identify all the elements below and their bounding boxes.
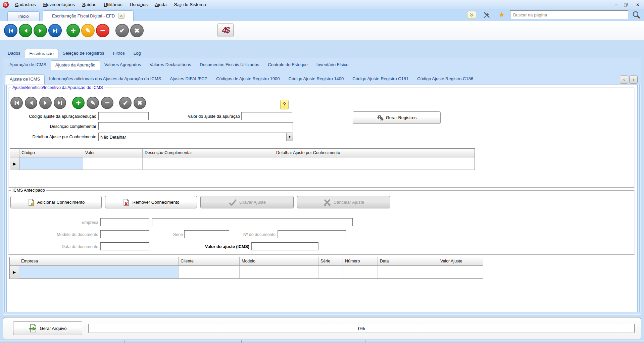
column-detalhar-ajuste[interactable]: Detalhar Ajuste por Conhecimento bbox=[274, 149, 475, 157]
ajustes-grid-row[interactable]: ▶ bbox=[10, 157, 475, 170]
cell-data[interactable] bbox=[378, 266, 438, 279]
dropdown-arrow-icon[interactable]: ▼ bbox=[286, 133, 293, 141]
doc-tab-efd[interactable]: Escrituração Fiscal Digital - EFD ✕ bbox=[43, 10, 134, 21]
menu-utilitarios[interactable]: Utilitários bbox=[100, 1, 126, 8]
column-cliente[interactable]: Cliente bbox=[179, 257, 240, 266]
tab-controle-do-estoque[interactable]: Controle do Estoque bbox=[263, 60, 312, 70]
menu-cadastros[interactable]: Cadastros bbox=[11, 1, 40, 8]
valor-ajuste-icms-input[interactable] bbox=[251, 242, 318, 250]
tab-valores-declaratorios[interactable]: Valores Declaratórios bbox=[145, 60, 195, 70]
menu-sair-do-sistema[interactable]: Sair do Sistema bbox=[170, 1, 209, 8]
column-valor[interactable]: Valor bbox=[83, 149, 143, 157]
menu-ajuda[interactable]: Ajuda bbox=[151, 1, 170, 8]
gb-first-record-button[interactable] bbox=[10, 97, 23, 109]
cancel-button[interactable]: ✖ bbox=[130, 24, 144, 37]
empresa-codigo-input[interactable] bbox=[100, 218, 149, 226]
edit-record-button[interactable]: ✎ bbox=[81, 24, 95, 37]
gb-next-record-button[interactable] bbox=[39, 97, 52, 109]
last-record-button[interactable] bbox=[48, 24, 62, 37]
menu-movimentacoes[interactable]: Movimentações bbox=[40, 1, 79, 8]
cell-cliente[interactable] bbox=[179, 266, 240, 279]
close-button[interactable]: × bbox=[635, 2, 641, 7]
favorite-star-icon[interactable]: ★ bbox=[497, 10, 506, 19]
detalhar-ajuste-select[interactable]: Não Detalhar ▼ bbox=[98, 133, 293, 141]
search-input[interactable] bbox=[510, 10, 628, 19]
cell-descricao[interactable] bbox=[143, 157, 274, 170]
column-serie[interactable]: Série bbox=[318, 257, 343, 266]
cell-detalhar[interactable] bbox=[274, 157, 475, 170]
column-codigo[interactable]: Código bbox=[19, 149, 83, 157]
gb-delete-button[interactable]: − bbox=[101, 97, 113, 109]
column-data[interactable]: Data bbox=[378, 257, 438, 266]
tab-log[interactable]: Log bbox=[129, 49, 145, 58]
cell-modelo[interactable] bbox=[240, 266, 318, 279]
cell-codigo[interactable] bbox=[19, 157, 83, 170]
tab-selecao-de-registros[interactable]: Seleção de Registros bbox=[58, 49, 109, 58]
remover-conhecimento-button[interactable]: Remover Conhecimento bbox=[105, 196, 197, 208]
delete-record-button[interactable]: − bbox=[96, 24, 109, 37]
gb-cancel-button[interactable]: ✖ bbox=[134, 97, 146, 109]
cell-empresa[interactable] bbox=[19, 266, 179, 279]
cell-valor-ajuste[interactable] bbox=[438, 266, 483, 279]
brand-button[interactable]: 4$ bbox=[217, 23, 234, 37]
numero-documento-input[interactable] bbox=[278, 230, 346, 238]
cell-serie[interactable] bbox=[318, 266, 343, 279]
tab-codigo-ajuste-c186[interactable]: Código Ajuste Registro C186 bbox=[413, 75, 478, 85]
tab-escrituracao[interactable]: Escrituração bbox=[25, 49, 58, 58]
column-modelo[interactable]: Modelo bbox=[240, 257, 318, 266]
scroll-tabs-left-button[interactable]: ‹ bbox=[620, 76, 628, 84]
gb-confirm-button[interactable]: ✔ bbox=[119, 97, 132, 109]
adicionar-conhecimento-button[interactable]: Adicionar Conhecimento bbox=[10, 196, 102, 208]
gb-last-record-button[interactable] bbox=[54, 97, 66, 109]
tab-codigo-ajuste-c181[interactable]: Código Ajuste Registro C181 bbox=[348, 75, 413, 85]
favorites-expand-button[interactable] bbox=[467, 11, 476, 19]
doc-tab-inicio[interactable]: Início bbox=[7, 11, 40, 21]
tab-dados[interactable]: Dados bbox=[3, 49, 25, 58]
row-selector-cell[interactable]: ▶ bbox=[10, 266, 19, 279]
row-selector-cell[interactable]: ▶ bbox=[10, 157, 19, 170]
scroll-tabs-right-button[interactable]: › bbox=[629, 76, 638, 84]
gb-previous-record-button[interactable] bbox=[25, 97, 37, 109]
valor-ajuste-input[interactable] bbox=[241, 112, 292, 120]
tab-ajustes-difal-fcp[interactable]: Ajustes DIFAL/FCP bbox=[165, 75, 212, 85]
gb-add-button[interactable]: + bbox=[72, 97, 85, 109]
unpin-button[interactable] bbox=[483, 11, 491, 19]
tab-filtros[interactable]: Filtros bbox=[108, 49, 129, 58]
menu-usuarios[interactable]: Usuários bbox=[126, 1, 151, 8]
column-valor-ajuste[interactable]: Valor Ajuste bbox=[438, 257, 483, 266]
tab-inventario-fisico[interactable]: Inventário Físico bbox=[312, 60, 353, 70]
minimize-button[interactable]: – bbox=[613, 2, 619, 7]
tab-codigo-ajuste-1400[interactable]: Código Ajuste Registro 1400 bbox=[284, 75, 348, 85]
next-record-button[interactable] bbox=[34, 24, 47, 37]
add-record-button[interactable]: + bbox=[66, 24, 80, 37]
cell-numero[interactable] bbox=[343, 266, 378, 279]
gerar-arquivo-button[interactable]: Gerar Arquivo bbox=[13, 321, 82, 335]
modelo-documento-input[interactable] bbox=[100, 230, 149, 238]
restore-button[interactable] bbox=[624, 3, 630, 7]
conhecimentos-grid-row[interactable]: ▶ bbox=[10, 266, 483, 279]
gerar-registros-button[interactable]: Gerar Registros bbox=[353, 111, 441, 124]
cell-valor[interactable] bbox=[83, 157, 143, 170]
close-tab-icon[interactable]: ✕ bbox=[118, 13, 125, 19]
tab-ajuste-de-icms[interactable]: Ajuste de ICMS bbox=[5, 75, 45, 85]
confirm-button[interactable]: ✔ bbox=[115, 24, 129, 37]
help-button[interactable]: ? bbox=[280, 100, 289, 109]
empresa-nome-input[interactable] bbox=[152, 218, 353, 226]
tab-codigos-ajuste-1900[interactable]: Códigos de Ajuste Registro 1900 bbox=[212, 75, 284, 85]
column-empresa[interactable]: Empresa bbox=[19, 257, 179, 266]
tab-apuracao-de-icms[interactable]: Apuração de ICMS bbox=[5, 60, 51, 70]
tab-ajustes-da-apuracao[interactable]: Ajustes da Apuração bbox=[51, 60, 100, 70]
tab-documentos-fiscais-utilizados[interactable]: Documentos Fiscais Utilizados bbox=[195, 60, 263, 70]
menu-saidas[interactable]: Saídas bbox=[79, 1, 100, 8]
data-documento-input[interactable] bbox=[100, 242, 149, 250]
tab-valores-agregados[interactable]: Valores Agregados bbox=[100, 60, 145, 70]
gravar-ajuste-button[interactable]: Gravar Ajuste bbox=[200, 196, 294, 208]
cancelar-ajuste-button[interactable]: Cancelar Ajuste bbox=[297, 196, 390, 208]
column-descricao-complementar[interactable]: Descrição Complementar bbox=[143, 149, 274, 157]
column-numero[interactable]: Número bbox=[343, 257, 378, 266]
previous-record-button[interactable] bbox=[19, 24, 32, 37]
serie-input[interactable] bbox=[184, 230, 229, 238]
descricao-complementar-input[interactable] bbox=[98, 122, 293, 130]
codigo-ajuste-input[interactable] bbox=[98, 112, 149, 120]
gb-edit-button[interactable]: ✎ bbox=[87, 97, 99, 109]
